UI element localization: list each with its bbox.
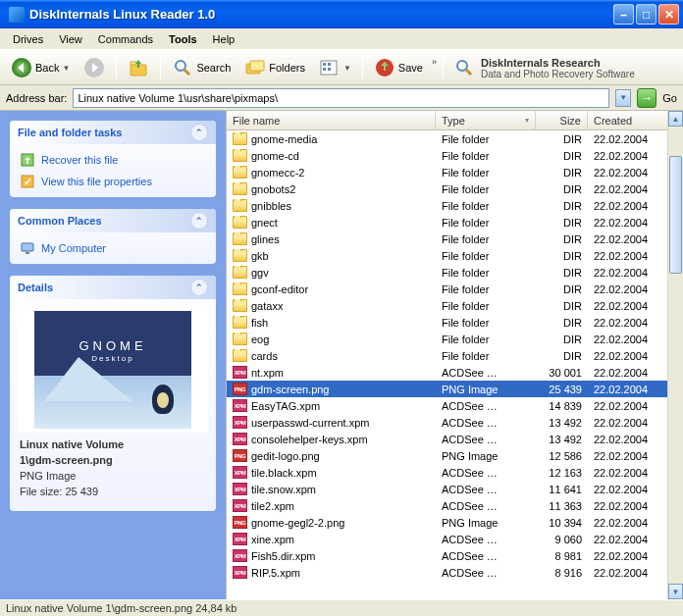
research-link[interactable]: DiskInternals Research Data and Photo Re… <box>453 57 635 79</box>
table-row[interactable]: gnome-gegl2-2.pngPNG Image10 39422.02.20… <box>227 514 683 531</box>
views-button[interactable]: ▼ <box>314 54 356 81</box>
my-computer-link[interactable]: My Computer <box>20 240 206 256</box>
table-row[interactable]: eogFile folderDIR22.02.2004 <box>227 331 683 347</box>
table-row[interactable]: xine.xpmACDSee …9 06022.02.2004 <box>227 531 683 547</box>
table-row[interactable]: tile.snow.xpmACDSee …11 64122.02.2004 <box>227 481 683 497</box>
back-dropdown-icon[interactable]: ▼ <box>62 64 70 73</box>
save-icon <box>374 57 395 78</box>
table-row[interactable]: gconf-editorFile folderDIR22.02.2004 <box>227 281 683 297</box>
table-row[interactable]: RIP.5.xpmACDSee …8 91622.02.2004 <box>227 564 683 581</box>
up-button[interactable] <box>123 54 154 81</box>
table-row[interactable]: userpasswd-current.xpmACDSee …13 49222.0… <box>227 414 683 431</box>
table-row[interactable]: gedit-logo.pngPNG Image12 58622.02.2004 <box>227 447 683 464</box>
col-name[interactable]: File name <box>227 111 436 129</box>
table-row[interactable]: gataxxFile folderDIR22.02.2004 <box>227 297 683 314</box>
back-icon <box>11 57 32 78</box>
table-row[interactable]: tile.black.xpmACDSee …12 16322.02.2004 <box>227 464 683 481</box>
col-type[interactable]: Type <box>436 111 536 129</box>
xpm-icon <box>233 549 247 562</box>
save-button[interactable]: Save <box>369 54 428 81</box>
table-row[interactable]: Fish5.dir.xpmACDSee …8 98122.02.2004 <box>227 547 683 564</box>
table-row[interactable]: gnibblesFile folderDIR22.02.2004 <box>227 197 683 214</box>
table-row[interactable]: gnomecc-2File folderDIR22.02.2004 <box>227 164 683 180</box>
toolbar-overflow-icon[interactable]: » <box>432 57 437 67</box>
collapse-icon[interactable]: ⌃ <box>190 279 208 296</box>
file-name: fish <box>251 317 268 329</box>
file-name: gnect <box>251 217 278 229</box>
file-name: eog <box>251 334 269 345</box>
address-dropdown-icon[interactable]: ▼ <box>615 89 631 107</box>
file-type: File folder <box>436 200 536 212</box>
views-icon <box>319 57 341 78</box>
file-type: ACDSee … <box>436 484 536 495</box>
back-button[interactable]: Back ▼ <box>6 54 75 81</box>
collapse-icon[interactable]: ⌃ <box>190 212 208 230</box>
file-size: 11 363 <box>536 500 588 512</box>
file-name: cards <box>251 350 278 362</box>
table-row[interactable]: consolehelper-keys.xpmACDSee …13 49222.0… <box>227 431 683 447</box>
table-row[interactable]: gkbFile folderDIR22.02.2004 <box>227 247 683 264</box>
collapse-icon[interactable]: ⌃ <box>190 124 208 141</box>
file-size: DIR <box>536 217 588 229</box>
maximize-button[interactable]: □ <box>636 4 657 25</box>
file-type: File folder <box>436 167 536 179</box>
file-size: 30 001 <box>536 367 588 379</box>
table-row[interactable]: gnome-cdFile folderDIR22.02.2004 <box>227 147 683 164</box>
table-row[interactable]: cardsFile folderDIR22.02.2004 <box>227 347 683 364</box>
file-rows: gnome-mediaFile folderDIR22.02.2004gnome… <box>227 130 683 599</box>
tasks-panel-header[interactable]: File and folder tasks ⌃ <box>10 121 216 144</box>
folders-icon <box>244 57 266 78</box>
table-row[interactable]: gdm-screen.pngPNG Image25 43922.02.2004 <box>227 381 683 397</box>
file-name: nt.xpm <box>251 367 284 379</box>
svg-rect-10 <box>323 68 326 71</box>
table-row[interactable]: glinesFile folderDIR22.02.2004 <box>227 231 683 247</box>
folder-icon <box>233 132 247 145</box>
close-button[interactable]: ✕ <box>658 4 679 25</box>
table-row[interactable]: tile2.xpmACDSee …11 36322.02.2004 <box>227 497 683 514</box>
folder-icon <box>233 249 247 262</box>
svg-rect-19 <box>26 252 29 254</box>
search-button[interactable]: Search <box>167 54 236 81</box>
address-bar: Address bar: Linux native Volume 1\usr\s… <box>0 85 683 111</box>
properties-link[interactable]: ✓ View this file properties <box>20 174 206 189</box>
table-row[interactable]: gnome-mediaFile folderDIR22.02.2004 <box>227 130 683 147</box>
address-input[interactable]: Linux native Volume 1\usr\share\pixmaps\ <box>73 88 609 108</box>
menu-drives[interactable]: Drives <box>6 31 50 47</box>
scroll-thumb[interactable] <box>669 156 682 274</box>
details-panel-header[interactable]: Details ⌃ <box>10 276 216 299</box>
go-button[interactable]: → <box>637 88 657 108</box>
table-row[interactable]: gnobots2File folderDIR22.02.2004 <box>227 180 683 197</box>
svg-rect-11 <box>328 68 331 71</box>
menu-view[interactable]: View <box>52 31 89 47</box>
folder-icon <box>233 349 247 362</box>
table-row[interactable]: gnectFile folderDIR22.02.2004 <box>227 214 683 231</box>
scrollbar[interactable]: ▲ ▼ <box>667 111 683 599</box>
file-type: File folder <box>436 283 536 295</box>
file-size: DIR <box>536 167 588 179</box>
minimize-button[interactable]: – <box>613 4 634 25</box>
details-filename-2: 1\gdm-screen.png <box>20 454 206 466</box>
separator <box>443 56 444 79</box>
table-row[interactable]: nt.xpmACDSee …30 00122.02.2004 <box>227 364 683 381</box>
titlebar[interactable]: DiskInternals Linux Reader 1.0 – □ ✕ <box>0 0 683 28</box>
menu-commands[interactable]: Commands <box>91 31 160 47</box>
file-type: ACDSee … <box>436 467 536 479</box>
png-icon <box>233 383 247 395</box>
table-row[interactable]: EasyTAG.xpmACDSee …14 83922.02.2004 <box>227 397 683 414</box>
places-panel-header[interactable]: Common Places ⌃ <box>10 209 216 232</box>
scroll-down-icon[interactable]: ▼ <box>668 584 683 599</box>
views-dropdown-icon[interactable]: ▼ <box>343 64 351 73</box>
forward-button[interactable] <box>79 54 110 81</box>
scroll-up-icon[interactable]: ▲ <box>668 111 683 127</box>
menu-help[interactable]: Help <box>206 31 242 47</box>
table-row[interactable]: ggvFile folderDIR22.02.2004 <box>227 264 683 281</box>
svg-line-14 <box>466 70 471 75</box>
file-name: gnome-cd <box>251 150 299 162</box>
recover-file-link[interactable]: Recover this file <box>20 152 206 168</box>
menu-tools[interactable]: Tools <box>162 31 204 47</box>
file-size: DIR <box>536 283 588 295</box>
folders-button[interactable]: Folders <box>239 54 310 81</box>
col-size[interactable]: Size <box>536 111 588 129</box>
details-panel: Details ⌃ Linux native Volume 1\gdm-scre… <box>10 276 216 511</box>
table-row[interactable]: fishFile folderDIR22.02.2004 <box>227 314 683 331</box>
